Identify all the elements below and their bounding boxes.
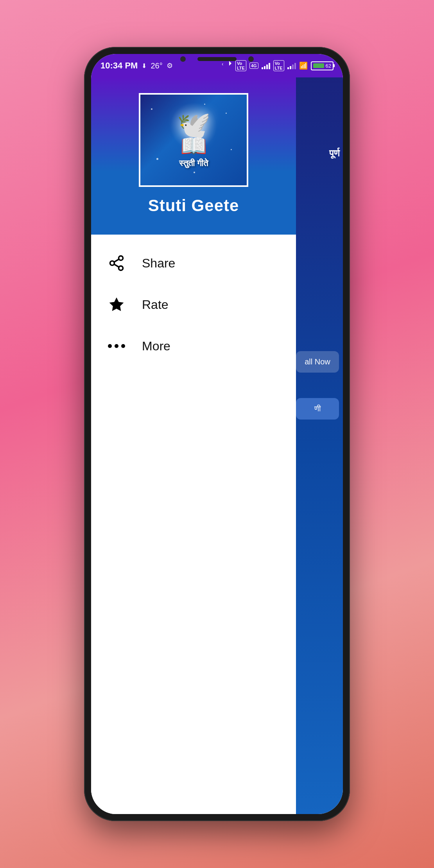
status-right: ʿ VoLTE 4G VoLTE: [222, 60, 334, 71]
svg-line-4: [114, 259, 119, 262]
rate-label: Rate: [142, 298, 169, 312]
volte-badge-1: VoLTE: [235, 60, 246, 71]
status-time: 10:34 PM: [100, 61, 138, 71]
status-left: 10:34 PM ⬇ 26° ⚙: [100, 61, 173, 71]
dot-1: [108, 344, 112, 348]
battery-level: 62: [326, 63, 331, 69]
volte-badge-3: VoLTE: [273, 60, 284, 71]
settings-icon: ⚙: [167, 61, 173, 70]
menu-item-more[interactable]: More: [91, 325, 296, 367]
app-header: 🕊️ 📖 स्तुती गीते Stuti Geete: [91, 77, 296, 235]
svg-line-3: [114, 264, 119, 267]
volte-badge-2: 4G: [249, 63, 258, 69]
phone-device: 10:34 PM ⬇ 26° ⚙ ʿ VoLTE 4G: [84, 47, 350, 821]
temperature: 26°: [151, 61, 162, 70]
star-icon: [107, 295, 126, 314]
phone-screen: 10:34 PM ⬇ 26° ⚙ ʿ VoLTE 4G: [91, 54, 343, 814]
speaker-grille: [197, 57, 237, 61]
top-sensors: [180, 56, 254, 62]
more-icon: [107, 336, 126, 356]
more-dots: [108, 344, 125, 348]
download-icon: ⬇: [142, 62, 147, 70]
menu-item-rate[interactable]: Rate: [91, 284, 296, 325]
book-icon: 📖: [180, 135, 207, 157]
sensor-dot-left: [180, 56, 186, 62]
dot-2: [115, 344, 118, 348]
peek-button-1: all Now: [296, 351, 339, 373]
peek-text-1: पूर्ण: [329, 148, 340, 159]
wifi-icon: 📶: [299, 61, 308, 70]
app-logo-container: 🕊️ 📖 स्तुती गीते: [139, 93, 248, 187]
dot-3: [121, 344, 125, 348]
peek-button-2-text: णी: [314, 404, 321, 413]
peek-button-2: णी: [296, 398, 339, 420]
menu-item-share[interactable]: Share: [91, 242, 296, 284]
signal-bars-1: [262, 62, 270, 69]
signal-bars-2: [287, 62, 296, 69]
battery-fill: [313, 63, 324, 68]
share-label: Share: [142, 256, 175, 271]
battery-indicator: 62: [311, 61, 334, 70]
bluetooth-icon: ʿ: [222, 61, 232, 71]
share-icon: [107, 253, 126, 273]
right-peek-panel: पूर्ण all Now णी: [296, 77, 343, 814]
peek-button-1-text: all Now: [305, 357, 330, 366]
app-title: Stuti Geete: [148, 196, 239, 215]
logo-text-hindi: स्तुती गीते: [179, 158, 208, 169]
more-label: More: [142, 339, 170, 353]
sensor-dot-right: [248, 56, 254, 62]
svg-marker-5: [109, 298, 124, 311]
app-content: 🕊️ 📖 स्तुती गीते Stuti Geete: [91, 77, 296, 814]
menu-container: Share Rate: [91, 235, 296, 814]
